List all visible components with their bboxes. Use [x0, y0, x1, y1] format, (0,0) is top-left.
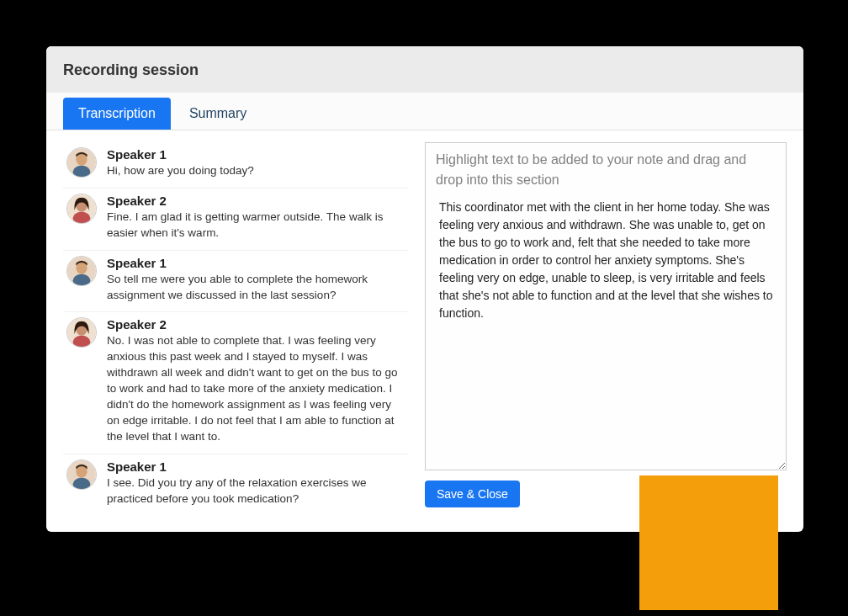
speaker-text[interactable]: Hi, how are you doing today? [107, 163, 405, 179]
speaker-text[interactable]: I see. Did you try any of the relaxation… [107, 475, 405, 507]
transcript-turn: Speaker 1 Hi, how are you doing today? [63, 142, 408, 189]
avatar [66, 317, 97, 348]
speaker-label: Speaker 2 [107, 194, 405, 208]
speaker-label: Speaker 1 [107, 147, 405, 162]
turn-body: Speaker 1 I see. Did you try any of the … [107, 459, 405, 507]
transcript-turn: Speaker 1 So tell me were you able to co… [63, 251, 408, 313]
speaker-label: Speaker 1 [107, 459, 405, 474]
decorative-square [639, 475, 778, 610]
transcript-turn: Speaker 2 Fine. I am glad it is getting … [63, 189, 408, 251]
content-area: Speaker 1 Hi, how are you doing today? S… [46, 130, 803, 532]
speaker-text[interactable]: Fine. I am glad it is getting warmer out… [107, 210, 405, 242]
note-panel: Highlight text to be added to your note … [425, 142, 787, 515]
tabs-bar: Transcription Summary [46, 93, 803, 130]
avatar [66, 194, 97, 224]
recording-session-window: Recording session Transcription Summary … [46, 46, 803, 532]
tab-transcription[interactable]: Transcription [63, 98, 171, 130]
avatar [66, 147, 97, 178]
save-close-button[interactable]: Save & Close [425, 481, 520, 507]
window-title: Recording session [63, 61, 787, 79]
turn-body: Speaker 2 Fine. I am glad it is getting … [107, 194, 405, 242]
avatar [66, 459, 97, 490]
note-content[interactable]: This coordinator met with the client in … [436, 199, 776, 322]
turn-body: Speaker 1 Hi, how are you doing today? [107, 147, 405, 179]
transcript-turn: Speaker 2 No. I was not able to complete… [63, 312, 408, 454]
speaker-text[interactable]: No. I was not able to complete that. I w… [107, 333, 405, 444]
turn-body: Speaker 1 So tell me were you able to co… [107, 256, 405, 304]
turn-body: Speaker 2 No. I was not able to complete… [107, 317, 405, 444]
avatar [66, 256, 97, 286]
note-placeholder: Highlight text to be added to your note … [436, 150, 776, 190]
tab-summary[interactable]: Summary [174, 98, 262, 130]
speaker-text[interactable]: So tell me were you able to complete the… [107, 272, 405, 304]
speaker-label: Speaker 1 [107, 256, 405, 270]
speaker-label: Speaker 2 [107, 317, 405, 332]
note-textarea[interactable]: Highlight text to be added to your note … [425, 142, 787, 470]
transcript-list: Speaker 1 Hi, how are you doing today? S… [63, 142, 408, 515]
window-header: Recording session [46, 46, 803, 93]
transcript-turn: Speaker 1 I see. Did you try any of the … [63, 454, 408, 516]
